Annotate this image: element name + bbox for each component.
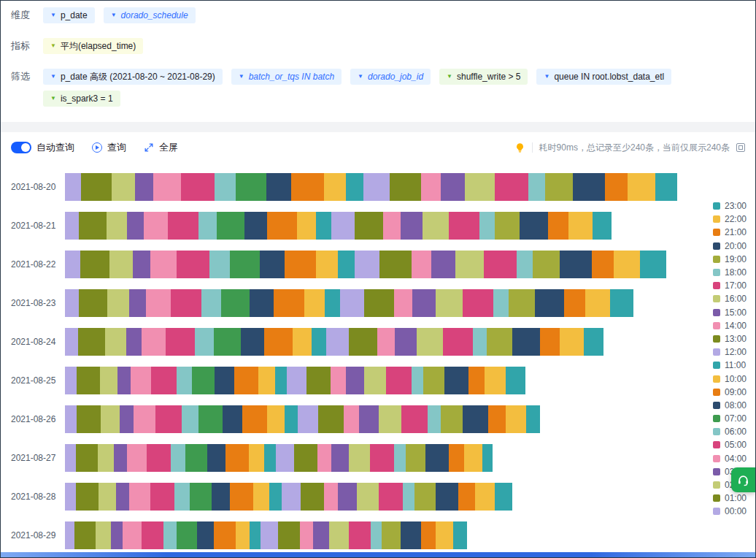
bar-segment[interactable] (364, 289, 393, 317)
legend-item[interactable]: 13:00 (713, 332, 747, 345)
bar-segment[interactable] (258, 367, 274, 394)
bar-segment[interactable] (230, 251, 259, 278)
bar-segment[interactable] (444, 367, 468, 394)
legend-item[interactable]: 23:00 (713, 199, 747, 213)
bar-segment[interactable] (201, 289, 221, 317)
dimension-chip[interactable]: ▼p_date (43, 7, 95, 23)
bar-segment[interactable] (76, 483, 99, 511)
bar-segment[interactable] (112, 173, 134, 201)
bar-segment[interactable] (640, 251, 666, 278)
bar-segment[interactable] (401, 405, 428, 433)
legend-item[interactable]: 21:00 (713, 226, 747, 239)
bar-segment[interactable] (65, 328, 78, 356)
bar-segment[interactable] (455, 251, 484, 278)
bar-segment[interactable] (126, 328, 142, 356)
bar-segment[interactable] (266, 173, 291, 201)
bar-segment[interactable] (151, 367, 176, 394)
legend-item[interactable]: 15:00 (713, 306, 747, 319)
bar-segment[interactable] (326, 328, 349, 356)
bar-segment[interactable] (223, 405, 242, 433)
legend-item[interactable]: 10:00 (713, 372, 747, 385)
bar-segment[interactable] (293, 328, 312, 356)
bar-segment[interactable] (236, 521, 250, 549)
bar-segment[interactable] (495, 173, 528, 201)
bar-segment[interactable] (198, 405, 223, 433)
bar-segment[interactable] (401, 521, 421, 549)
bar-segment[interactable] (370, 444, 394, 472)
bar-segment[interactable] (363, 173, 390, 201)
bar-segment[interactable] (274, 289, 304, 317)
bar-segment[interactable] (584, 328, 603, 356)
bar-segment[interactable] (291, 173, 324, 201)
bar-segment[interactable] (421, 521, 435, 549)
filter-chip[interactable]: ▼batch_or_tqs IN batch (231, 69, 342, 85)
bar-segment[interactable] (359, 405, 379, 433)
bar-segment[interactable] (495, 212, 520, 240)
bar-segment[interactable] (395, 328, 417, 356)
bar-segment[interactable] (355, 251, 379, 278)
bar-segment[interactable] (560, 251, 591, 278)
bar-segment[interactable] (324, 173, 346, 201)
bar-segment[interactable] (573, 173, 604, 201)
bar-segment[interactable] (109, 251, 132, 278)
filter-chip[interactable]: ▼queue IN root.lobst_data_etl (536, 69, 671, 85)
bar-segment[interactable] (234, 367, 258, 394)
bar-segment[interactable] (78, 328, 105, 356)
bar-segment[interactable] (80, 251, 109, 278)
metric-chip[interactable]: ▼平均(elapsed_time) (43, 38, 143, 54)
bar-segment[interactable] (468, 367, 485, 394)
bar-segment[interactable] (114, 444, 127, 472)
bar-segment[interactable] (65, 521, 74, 549)
bar-segment[interactable] (382, 521, 400, 549)
bar-segment[interactable] (215, 173, 235, 201)
bar-segment[interactable] (475, 483, 495, 511)
bar-segment[interactable] (509, 289, 535, 317)
bar-segment[interactable] (100, 367, 117, 394)
bar-segment[interactable] (144, 212, 168, 240)
bar-segment[interactable] (441, 173, 465, 201)
bar-segment[interactable] (453, 521, 467, 549)
bar-segment[interactable] (421, 173, 441, 201)
bar-segment[interactable] (423, 212, 449, 240)
bar-segment[interactable] (181, 173, 215, 201)
bar-segment[interactable] (135, 173, 153, 201)
bar-segment[interactable] (134, 405, 155, 433)
bar-segment[interactable] (414, 483, 435, 511)
bar-segment[interactable] (107, 289, 129, 317)
legend-item[interactable]: 22:00 (713, 213, 747, 226)
bar-segment[interactable] (390, 173, 421, 201)
bar-segment[interactable] (131, 367, 151, 394)
bar-segment[interactable] (174, 483, 190, 511)
bar-segment[interactable] (260, 251, 285, 278)
bar-segment[interactable] (107, 212, 127, 240)
bar-segment[interactable] (379, 405, 401, 433)
bar-segment[interactable] (324, 483, 338, 511)
bar-segment[interactable] (479, 212, 495, 240)
bar-segment[interactable] (301, 483, 323, 511)
bar-segment[interactable] (282, 483, 301, 511)
bar-segment[interactable] (355, 212, 383, 240)
bar-segment[interactable] (349, 328, 377, 356)
legend-item[interactable]: 01:00 (713, 492, 747, 505)
bar-segment[interactable] (436, 521, 453, 549)
bar-segment[interactable] (230, 483, 252, 511)
bar-segment[interactable] (449, 444, 464, 472)
bar-segment[interactable] (317, 444, 331, 472)
auto-query-toggle[interactable]: 自动查询 (11, 141, 74, 154)
bar-segment[interactable] (394, 289, 412, 317)
bar-segment[interactable] (614, 251, 640, 278)
bar-segment[interactable] (285, 251, 316, 278)
bar-segment[interactable] (142, 328, 166, 356)
bar-segment[interactable] (278, 521, 300, 549)
bar-segment[interactable] (329, 521, 349, 549)
bar-segment[interactable] (171, 444, 185, 472)
bar-segment[interactable] (298, 405, 318, 433)
bar-segment[interactable] (195, 328, 213, 356)
bar-segment[interactable] (464, 444, 482, 472)
legend-item[interactable]: 09:00 (713, 386, 747, 399)
bar-segment[interactable] (76, 444, 98, 472)
bar-segment[interactable] (412, 251, 431, 278)
bar-segment[interactable] (331, 367, 346, 394)
bar-segment[interactable] (371, 521, 382, 549)
bar-segment[interactable] (443, 328, 472, 356)
